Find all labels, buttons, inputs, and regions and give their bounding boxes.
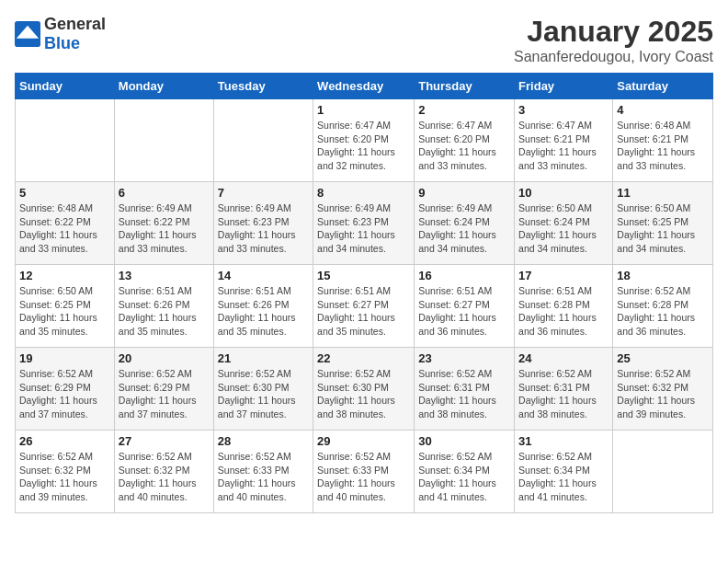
month-title: January 2025 [514,15,713,49]
day-number: 23 [418,351,510,365]
calendar-cell: 17Sunrise: 6:51 AM Sunset: 6:28 PM Dayli… [515,265,613,348]
calendar-cell: 26Sunrise: 6:52 AM Sunset: 6:32 PM Dayli… [16,431,115,513]
calendar-cell [213,99,313,182]
calendar-cell: 29Sunrise: 6:52 AM Sunset: 6:33 PM Dayli… [313,431,415,513]
week-row-3: 12Sunrise: 6:50 AM Sunset: 6:25 PM Dayli… [16,265,713,348]
day-info: Sunrise: 6:50 AM Sunset: 6:25 PM Dayligh… [617,201,709,256]
logo: General Blue [15,15,106,53]
day-number: 15 [317,269,410,282]
day-info: Sunrise: 6:52 AM Sunset: 6:30 PM Dayligh… [218,367,309,421]
calendar-cell: 5Sunrise: 6:48 AM Sunset: 6:22 PM Daylig… [16,182,115,265]
calendar-cell: 24Sunrise: 6:52 AM Sunset: 6:31 PM Dayli… [515,348,613,431]
calendar-cell [16,99,115,182]
day-number: 21 [218,351,309,365]
day-info: Sunrise: 6:49 AM Sunset: 6:23 PM Dayligh… [317,201,410,256]
day-number: 12 [19,269,110,282]
page-header: General Blue January 2025 Sananferedougo… [15,15,713,65]
day-info: Sunrise: 6:52 AM Sunset: 6:34 PM Dayligh… [518,450,609,504]
calendar-cell: 4Sunrise: 6:48 AM Sunset: 6:21 PM Daylig… [613,99,713,182]
title-area: January 2025 Sananferedougou, Ivory Coas… [514,15,713,65]
calendar-cell: 19Sunrise: 6:52 AM Sunset: 6:29 PM Dayli… [16,348,115,431]
header-friday: Friday [515,74,613,99]
header-monday: Monday [114,74,213,99]
day-info: Sunrise: 6:49 AM Sunset: 6:24 PM Dayligh… [418,201,510,256]
week-row-1: 1Sunrise: 6:47 AM Sunset: 6:20 PM Daylig… [16,99,713,182]
day-number: 29 [317,434,410,448]
calendar-cell: 1Sunrise: 6:47 AM Sunset: 6:20 PM Daylig… [313,99,415,182]
day-number: 19 [19,351,110,365]
day-info: Sunrise: 6:51 AM Sunset: 6:27 PM Dayligh… [317,284,410,339]
day-info: Sunrise: 6:51 AM Sunset: 6:26 PM Dayligh… [119,284,210,339]
day-number: 11 [617,186,709,200]
calendar-cell: 20Sunrise: 6:52 AM Sunset: 6:29 PM Dayli… [114,348,213,431]
day-info: Sunrise: 6:50 AM Sunset: 6:24 PM Dayligh… [518,201,609,256]
calendar-cell: 28Sunrise: 6:52 AM Sunset: 6:33 PM Dayli… [213,431,313,513]
day-number: 8 [317,186,410,200]
day-info: Sunrise: 6:52 AM Sunset: 6:32 PM Dayligh… [119,450,210,504]
day-info: Sunrise: 6:47 AM Sunset: 6:20 PM Dayligh… [317,119,410,173]
day-info: Sunrise: 6:48 AM Sunset: 6:22 PM Dayligh… [19,201,110,256]
day-info: Sunrise: 6:47 AM Sunset: 6:21 PM Dayligh… [518,119,609,173]
day-number: 13 [119,269,210,282]
calendar-cell: 12Sunrise: 6:50 AM Sunset: 6:25 PM Dayli… [16,265,115,348]
calendar-cell: 23Sunrise: 6:52 AM Sunset: 6:31 PM Dayli… [415,348,515,431]
calendar-cell: 21Sunrise: 6:52 AM Sunset: 6:30 PM Dayli… [213,348,313,431]
calendar-cell: 25Sunrise: 6:52 AM Sunset: 6:32 PM Dayli… [613,348,713,431]
day-number: 10 [518,186,609,200]
day-info: Sunrise: 6:49 AM Sunset: 6:22 PM Dayligh… [119,201,210,256]
calendar-cell: 10Sunrise: 6:50 AM Sunset: 6:24 PM Dayli… [515,182,613,265]
week-row-2: 5Sunrise: 6:48 AM Sunset: 6:22 PM Daylig… [16,182,713,265]
header-sunday: Sunday [16,74,115,99]
calendar-cell: 3Sunrise: 6:47 AM Sunset: 6:21 PM Daylig… [515,99,613,182]
day-number: 28 [218,434,309,448]
day-info: Sunrise: 6:52 AM Sunset: 6:30 PM Dayligh… [317,367,410,421]
header-tuesday: Tuesday [213,74,313,99]
day-number: 2 [418,103,510,117]
calendar-cell: 15Sunrise: 6:51 AM Sunset: 6:27 PM Dayli… [313,265,415,348]
day-number: 27 [119,434,210,448]
day-number: 18 [617,269,709,282]
day-info: Sunrise: 6:51 AM Sunset: 6:28 PM Dayligh… [518,284,609,339]
day-info: Sunrise: 6:52 AM Sunset: 6:31 PM Dayligh… [418,367,510,421]
calendar-cell: 18Sunrise: 6:52 AM Sunset: 6:28 PM Dayli… [613,265,713,348]
day-number: 20 [119,351,210,365]
calendar-cell: 22Sunrise: 6:52 AM Sunset: 6:30 PM Dayli… [313,348,415,431]
day-number: 16 [418,269,510,282]
logo-general-text: General [44,15,106,33]
day-number: 5 [19,186,110,200]
calendar-cell: 2Sunrise: 6:47 AM Sunset: 6:20 PM Daylig… [415,99,515,182]
day-info: Sunrise: 6:52 AM Sunset: 6:29 PM Dayligh… [19,367,110,421]
header-thursday: Thursday [415,74,515,99]
day-info: Sunrise: 6:52 AM Sunset: 6:31 PM Dayligh… [518,367,609,421]
calendar-cell: 30Sunrise: 6:52 AM Sunset: 6:34 PM Dayli… [415,431,515,513]
day-info: Sunrise: 6:50 AM Sunset: 6:25 PM Dayligh… [19,284,110,339]
day-info: Sunrise: 6:52 AM Sunset: 6:33 PM Dayligh… [218,450,309,504]
day-number: 14 [218,269,309,282]
day-info: Sunrise: 6:47 AM Sunset: 6:20 PM Dayligh… [418,119,510,173]
day-info: Sunrise: 6:52 AM Sunset: 6:32 PM Dayligh… [19,450,110,504]
day-info: Sunrise: 6:51 AM Sunset: 6:26 PM Dayligh… [218,284,309,339]
day-info: Sunrise: 6:52 AM Sunset: 6:28 PM Dayligh… [617,284,709,339]
calendar-cell: 16Sunrise: 6:51 AM Sunset: 6:27 PM Dayli… [415,265,515,348]
calendar-cell [613,431,713,513]
logo-icon [15,21,40,47]
day-info: Sunrise: 6:48 AM Sunset: 6:21 PM Dayligh… [617,119,709,173]
day-number: 24 [518,351,609,365]
location-title: Sananferedougou, Ivory Coast [514,49,713,65]
day-number: 4 [617,103,709,117]
calendar-cell: 14Sunrise: 6:51 AM Sunset: 6:26 PM Dayli… [213,265,313,348]
calendar-cell: 9Sunrise: 6:49 AM Sunset: 6:24 PM Daylig… [415,182,515,265]
calendar-header-row: SundayMondayTuesdayWednesdayThursdayFrid… [16,74,713,99]
day-number: 25 [617,351,709,365]
calendar-cell: 13Sunrise: 6:51 AM Sunset: 6:26 PM Dayli… [114,265,213,348]
day-number: 30 [418,434,510,448]
day-info: Sunrise: 6:51 AM Sunset: 6:27 PM Dayligh… [418,284,510,339]
header-saturday: Saturday [613,74,713,99]
week-row-4: 19Sunrise: 6:52 AM Sunset: 6:29 PM Dayli… [16,348,713,431]
calendar-cell: 11Sunrise: 6:50 AM Sunset: 6:25 PM Dayli… [613,182,713,265]
logo-blue-text: Blue [44,34,80,52]
day-number: 3 [518,103,609,117]
day-info: Sunrise: 6:52 AM Sunset: 6:33 PM Dayligh… [317,450,410,504]
day-number: 22 [317,351,410,365]
header-wednesday: Wednesday [313,74,415,99]
